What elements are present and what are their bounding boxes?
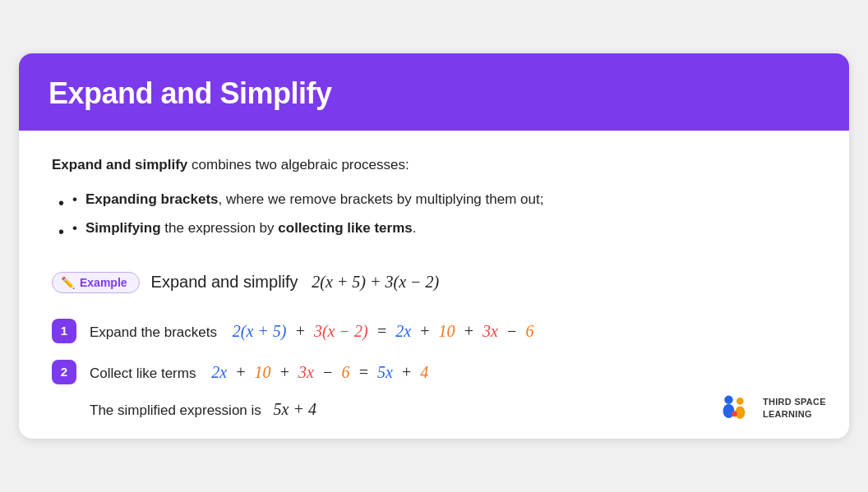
bullet-list: • Expanding brackets, where we remove br… bbox=[58, 188, 816, 246]
step-1-content: Expand the brackets 2(x + 5) + 3(x − 2) … bbox=[90, 318, 533, 344]
step-1-label: Expand the brackets bbox=[90, 324, 217, 340]
logo-area: THIRD SPACELEARNING bbox=[718, 393, 826, 424]
example-block: ✏️ Example Expand and simplify 2(x + 5) … bbox=[52, 264, 816, 301]
final-answer: The simplified expression is 5x + 4 bbox=[90, 400, 816, 419]
step-2-label: Collect like terms bbox=[90, 366, 196, 381]
collecting-like-terms-bold: collecting like terms bbox=[278, 220, 412, 236]
expanding-brackets-bold: Expanding brackets bbox=[85, 191, 219, 207]
page-title: Expand and Simplify bbox=[48, 76, 820, 111]
example-badge: ✏️ Example bbox=[52, 272, 140, 293]
list-item-2: • Simplifying the expression by collecti… bbox=[58, 217, 816, 246]
example-expression: Expand and simplify 2(x + 5) + 3(x − 2) bbox=[151, 273, 440, 292]
example-badge-label: Example bbox=[80, 276, 127, 289]
example-formula: 2(x + 5) + 3(x − 2) bbox=[312, 273, 439, 291]
pencil-icon: ✏️ bbox=[61, 276, 75, 289]
intro-paragraph: Expand and simplify combines two algebra… bbox=[52, 154, 816, 176]
step-1-number: 1 bbox=[52, 319, 76, 343]
intro-rest: combines two algebraic processes: bbox=[187, 157, 409, 172]
list-item-2-text: Simplifying the expression by collecting… bbox=[85, 217, 417, 241]
svg-point-2 bbox=[736, 398, 744, 405]
step-2-content: Collect like terms 2x + 10 + 3x − 6 = 5x… bbox=[90, 359, 428, 385]
intro-bold: Expand and simplify bbox=[52, 157, 187, 172]
list-item-1: • Expanding brackets, where we remove br… bbox=[58, 188, 816, 217]
list-item-1-text: Expanding brackets, where we remove brac… bbox=[85, 188, 543, 212]
card-header: Expand and Simplify bbox=[19, 53, 849, 131]
step-2-block: 2 Collect like terms 2x + 10 + 3x − 6 = … bbox=[52, 359, 816, 385]
main-card: Expand and Simplify Expand and simplify … bbox=[19, 53, 849, 438]
step-2-formula: 2x + 10 + 3x − 6 = 5x + 4 bbox=[211, 363, 428, 381]
bullet-dot-2: • bbox=[72, 217, 77, 241]
tsl-logo-icon bbox=[718, 393, 755, 424]
step-1-formula: 2(x + 5) + 3(x − 2) = 2x + 10 + 3x − 6 bbox=[233, 322, 534, 340]
final-prefix: The simplified expression is bbox=[90, 402, 261, 418]
simplifying-bold: Simplifying bbox=[85, 220, 161, 236]
tsl-logo-text: THIRD SPACELEARNING bbox=[763, 396, 826, 421]
final-expression: 5x + 4 bbox=[265, 400, 316, 418]
svg-point-0 bbox=[724, 395, 732, 403]
step-1-block: 1 Expand the brackets 2(x + 5) + 3(x − 2… bbox=[52, 318, 816, 344]
card-body: Expand and simplify combines two algebra… bbox=[19, 131, 849, 438]
svg-point-4 bbox=[732, 411, 737, 416]
step-2-number: 2 bbox=[52, 360, 76, 384]
bullet-dot: • bbox=[72, 188, 77, 212]
